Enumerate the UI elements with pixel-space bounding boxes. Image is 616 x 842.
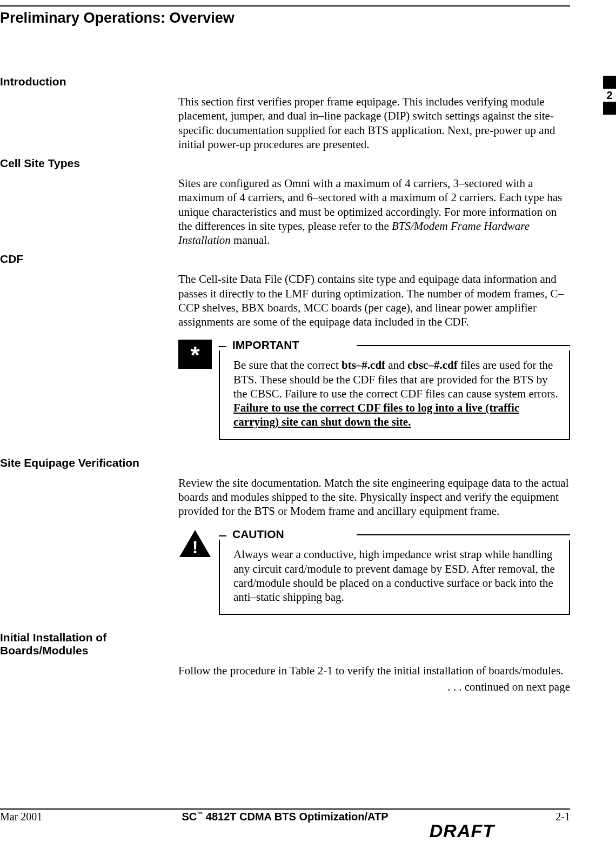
- important-callout: * IMPORTANT Be sure that the correct bts…: [178, 339, 570, 440]
- page-footer: Mar 2001 SC™ 4812T CDMA BTS Optimization…: [0, 808, 570, 827]
- draft-watermark: DRAFT: [430, 820, 494, 841]
- star-icon: *: [178, 340, 212, 369]
- tab-marker-top: [603, 76, 616, 89]
- heading-introduction: Introduction: [0, 75, 570, 88]
- heading-initial-installation: Initial Installation of Boards/Modules: [0, 631, 151, 657]
- caution-title: CAUTION: [232, 528, 284, 540]
- footer-page-number: 2-1: [555, 811, 570, 823]
- footer-center-post: 4812T CDMA BTS Optimization/ATP: [203, 811, 388, 823]
- tab-number: 2: [603, 89, 616, 102]
- heading-cell-site-types: Cell Site Types: [0, 157, 570, 170]
- chapter-tab: 2: [603, 76, 616, 115]
- caution-icon: !: [178, 529, 212, 558]
- svg-text:!: !: [192, 538, 198, 557]
- heading-cdf: CDF: [0, 253, 570, 266]
- cell-site-types-body: Sites are configured as Omni with a maxi…: [178, 176, 570, 247]
- heading-site-equipage: Site Equipage Verification: [0, 456, 570, 469]
- important-b2: cbsc–#.cdf: [407, 359, 458, 372]
- important-pre: Be sure that the correct: [233, 359, 342, 372]
- footer-center-pre: SC: [182, 811, 197, 823]
- important-warning: Failure to use the correct CDF files to …: [233, 401, 519, 428]
- continued-text: . . . continued on next page: [0, 680, 570, 694]
- important-b1: bts–#.cdf: [342, 359, 385, 372]
- cdf-body: The Cell-site Data File (CDF) contains s…: [178, 272, 570, 329]
- initial-installation-body: Follow the procedure in Table 2-1 to ver…: [178, 664, 570, 678]
- important-body: Be sure that the correct bts–#.cdf and c…: [220, 350, 569, 439]
- tab-marker-bottom: [603, 102, 616, 115]
- important-title: IMPORTANT: [232, 339, 299, 351]
- intro-body: This section first verifies proper frame…: [178, 95, 570, 151]
- caution-callout: ! CAUTION Always wear a conductive, high…: [178, 528, 570, 615]
- caution-body: Always wear a conductive, high impedance…: [220, 540, 569, 614]
- page-title: Preliminary Operations: Overview: [0, 10, 570, 26]
- site-equipage-body: Review the site documentation. Match the…: [178, 476, 570, 519]
- important-mid1: and: [385, 359, 407, 372]
- cell-body-post: manual.: [231, 234, 270, 247]
- footer-tm: ™: [197, 811, 203, 817]
- svg-text:*: *: [190, 342, 200, 368]
